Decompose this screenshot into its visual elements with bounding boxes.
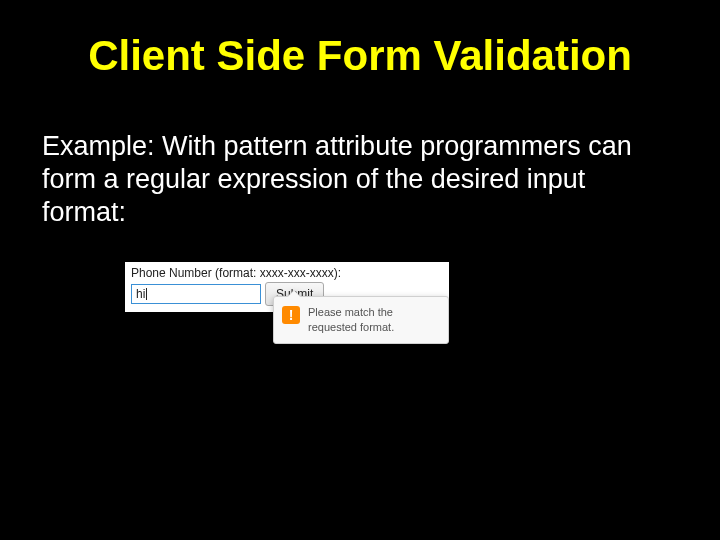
phone-number-input[interactable]: hi — [131, 284, 261, 304]
text-caret — [146, 288, 147, 300]
warning-icon: ! — [282, 306, 300, 324]
slide-title: Client Side Form Validation — [0, 32, 720, 80]
tooltip-body: ! Please match the requested format. — [273, 296, 449, 344]
phone-number-label: Phone Number (format: xxxx-xxx-xxxx): — [125, 262, 449, 282]
input-value: hi — [136, 287, 145, 301]
tooltip-message: Please match the requested format. — [308, 305, 438, 335]
validation-tooltip: ! Please match the requested format. — [273, 296, 449, 344]
slide-body-text: Example: With pattern attribute programm… — [42, 130, 660, 229]
tooltip-arrow — [287, 290, 301, 297]
form-screenshot: Phone Number (format: xxxx-xxx-xxxx): hi… — [125, 262, 449, 312]
slide: Client Side Form Validation Example: Wit… — [0, 0, 720, 540]
